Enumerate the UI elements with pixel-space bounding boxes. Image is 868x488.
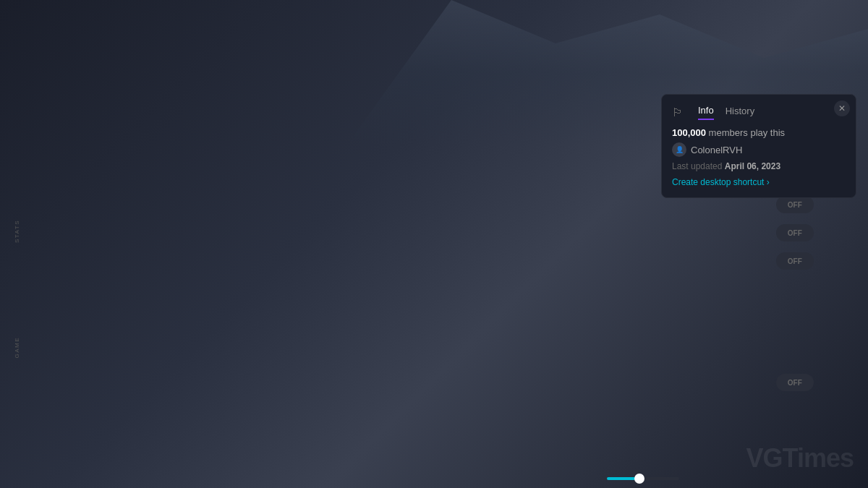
toggle-silver[interactable]: OFF [776,196,814,213]
info-user: 👤 ColonelRVH [672,142,846,157]
mod-control-villager: OFF [776,374,814,391]
info-flag-icon: 🏳 [672,106,684,119]
info-members: 100,000 members play this [672,127,846,138]
info-panel-close-button[interactable]: ✕ [834,100,850,116]
info-username: ColonelRVH [691,145,742,155]
mod-control-fame: OFF [776,224,814,241]
toggle-tree[interactable]: OFF [776,252,814,270]
sidebar-stats-label: Stats [14,220,20,243]
sidebar-game-label: Game [14,337,20,359]
info-members-suffix: members play this [706,127,785,138]
user-avatar: 👤 [672,142,686,157]
info-updated-date: April 06, 2023 [725,161,780,171]
toggle-fame[interactable]: OFF [776,224,814,241]
mod-control-silver: OFF [776,196,814,213]
tab-history[interactable]: History [726,106,754,119]
slider-fill [607,477,636,480]
info-panel-tabs: 🏳 Info History [672,105,846,120]
info-updated: Last updated April 06, 2023 [672,161,846,171]
info-panel: 🏳 Info History ✕ 100,000 members play th… [661,94,856,198]
game-speed-slider[interactable] [607,477,679,480]
info-member-count: 100,000 [672,127,706,138]
tab-info[interactable]: Info [698,105,714,120]
create-shortcut-link[interactable]: Create desktop shortcut › [672,177,846,187]
toggle-villager[interactable]: OFF [776,374,814,391]
slider-thumb[interactable] [634,474,644,484]
mod-control-tree: OFF [776,252,814,270]
info-updated-label: Last updated [672,161,722,171]
